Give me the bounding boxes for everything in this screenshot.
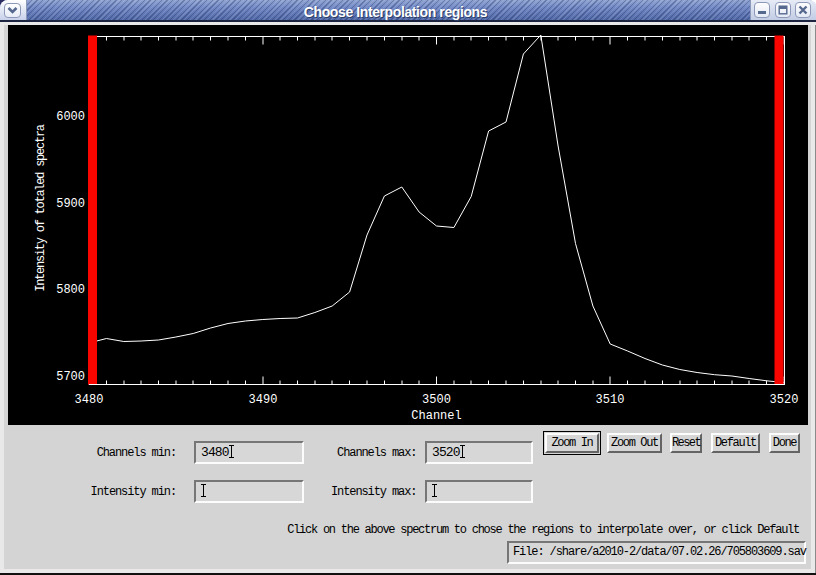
svg-text:Channel: Channel [411, 409, 461, 423]
svg-text:3500: 3500 [422, 393, 451, 407]
svg-text:3480: 3480 [75, 393, 104, 407]
svg-text:Intensity of totaled spectra: Intensity of totaled spectra [34, 124, 48, 292]
svg-text:6000: 6000 [56, 110, 85, 124]
svg-text:3490: 3490 [249, 393, 278, 407]
svg-text:3510: 3510 [596, 393, 625, 407]
svg-text:5700: 5700 [56, 370, 85, 384]
svg-text:5900: 5900 [56, 197, 85, 211]
svg-text:3520: 3520 [770, 393, 799, 407]
svg-text:5800: 5800 [56, 283, 85, 297]
